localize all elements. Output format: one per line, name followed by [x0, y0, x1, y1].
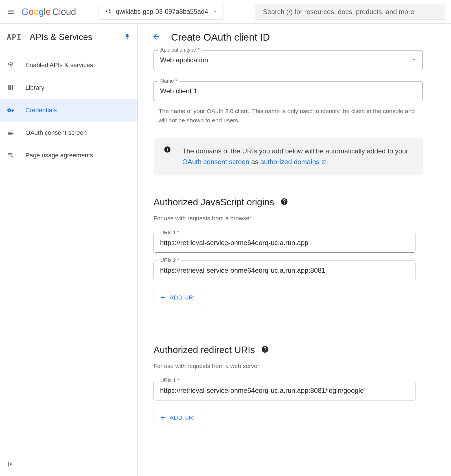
help-icon[interactable]	[280, 198, 288, 207]
topbar: GoogleCloud qwiklabs-gcp-03-097a8ba55ad4…	[0, 0, 451, 24]
js-origins-sub: For use with requests from a browser	[154, 215, 423, 222]
search-placeholder: Search (/) for resources, docs, products…	[263, 8, 414, 16]
sidebar-item-oauth-consent[interactable]: OAuth consent screen	[0, 122, 137, 144]
settings-list-icon	[7, 152, 15, 159]
help-icon[interactable]	[261, 345, 269, 354]
authorized-domains-link[interactable]: authorized domains	[260, 158, 326, 166]
info-box: The domains of the URIs you add below wi…	[154, 138, 423, 175]
svg-point-2	[109, 12, 111, 14]
project-name: qwiklabs-gcp-03-097a8ba55ad4	[116, 8, 208, 16]
name-field[interactable]: Name * Web client 1	[154, 81, 423, 101]
svg-point-1	[109, 9, 111, 11]
google-cloud-logo[interactable]: GoogleCloud	[21, 6, 76, 17]
name-value: Web client 1	[160, 87, 197, 95]
application-type-field[interactable]: Application type * Web application	[154, 50, 423, 70]
collapse-sidebar-button[interactable]	[7, 460, 15, 469]
application-type-value: Web application	[160, 56, 208, 64]
sidebar-item-label: Library	[25, 84, 44, 91]
js-uri-1-value: https://retrieval-service-onme64eorq-uc.…	[160, 239, 308, 247]
js-uri-2-value: https://retrieval-service-onme64eorq-uc.…	[160, 266, 325, 274]
form-area: Application type * Web application Name …	[138, 50, 437, 425]
add-js-uri-button[interactable]: ADD URI	[154, 290, 201, 305]
js-origins-heading-row: Authorized JavaScript origins	[154, 197, 423, 208]
search-input[interactable]: Search (/) for resources, docs, products…	[255, 4, 445, 20]
info-text: The domains of the URIs you add below wi…	[182, 146, 413, 168]
redirect-sub: For use with requests from a web server	[154, 363, 423, 369]
redirect-heading: Authorized redirect URIs	[154, 345, 255, 355]
redirect-uri-1-label: URIs 1 *	[158, 378, 181, 384]
sidebar-nav: Enabled APIs & services Library Credenti…	[0, 51, 137, 167]
js-uri-1-field[interactable]: URIs 1 * https://retrieval-service-onme6…	[154, 233, 423, 253]
library-icon	[7, 84, 15, 91]
redirect-uri-1-field[interactable]: URIs 1 * https://retrieval-service-onme6…	[154, 381, 423, 400]
key-icon	[7, 107, 15, 114]
api-badge: API	[7, 33, 22, 41]
page-title: Create OAuth client ID	[171, 32, 270, 43]
svg-point-0	[106, 10, 108, 12]
chevron-down-icon	[411, 56, 416, 64]
sidebar-item-library[interactable]: Library	[0, 76, 137, 99]
grid-icon	[7, 61, 15, 69]
pin-icon[interactable]	[124, 33, 131, 41]
sidebar-header: API APIs & Services	[0, 24, 137, 51]
sidebar-item-enabled-apis[interactable]: Enabled APIs & services	[0, 54, 137, 76]
js-origins-heading: Authorized JavaScript origins	[154, 197, 274, 208]
oauth-consent-link[interactable]: OAuth consent screen	[182, 158, 249, 166]
application-type-label: Application type *	[158, 47, 202, 53]
content-header: Create OAuth client ID	[138, 24, 451, 50]
sidebar: API APIs & Services Enabled APIs & servi…	[0, 24, 138, 476]
content: Create OAuth client ID Application type …	[138, 24, 451, 476]
external-link-icon	[319, 158, 326, 166]
redirect-heading-row: Authorized redirect URIs	[154, 345, 423, 355]
js-uri-2-label: URIs 2 *	[158, 257, 181, 263]
project-icon	[104, 8, 112, 16]
project-picker[interactable]: qwiklabs-gcp-03-097a8ba55ad4	[98, 4, 224, 20]
sidebar-item-label: Enabled APIs & services	[25, 61, 93, 69]
redirect-uri-1-value: https://retrieval-service-onme64eorq-uc.…	[160, 387, 364, 395]
name-label: Name *	[158, 78, 179, 84]
add-uri-label: ADD URI	[170, 414, 195, 421]
consent-icon	[7, 129, 15, 136]
chevron-down-icon	[212, 8, 218, 15]
add-uri-label: ADD URI	[170, 294, 195, 301]
sidebar-item-label: OAuth consent screen	[25, 129, 87, 136]
name-helper-text: The name of your OAuth 2.0 client. This …	[154, 104, 423, 125]
add-redirect-uri-button[interactable]: ADD URI	[154, 410, 201, 425]
hamburger-icon[interactable]	[6, 7, 16, 17]
sidebar-title: APIs & Services	[30, 32, 116, 42]
back-arrow-icon[interactable]	[152, 32, 161, 42]
sidebar-item-page-usage[interactable]: Page usage agreements	[0, 144, 137, 167]
sidebar-item-label: Page usage agreements	[25, 152, 93, 159]
sidebar-item-credentials[interactable]: Credentials	[0, 99, 137, 122]
info-icon	[164, 146, 171, 168]
sidebar-item-label: Credentials	[25, 107, 57, 114]
js-uri-2-field[interactable]: URIs 2 * https://retrieval-service-onme6…	[154, 261, 423, 280]
js-uri-1-label: URIs 1 *	[158, 230, 181, 236]
